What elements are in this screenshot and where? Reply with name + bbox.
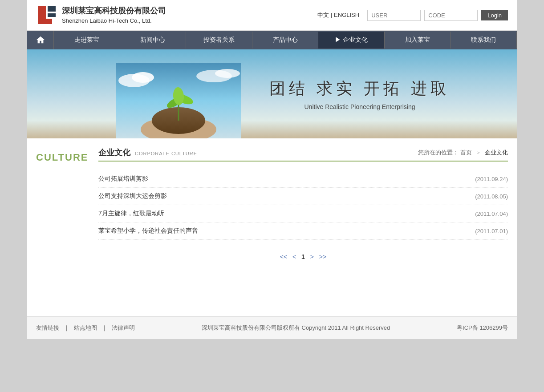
user-input[interactable] [367,10,421,21]
login-button[interactable]: Login [481,10,508,20]
logo-en: Shenzhen Laibao Hi-Tech Co., Ltd. [62,17,166,25]
article-title[interactable]: 7月主旋律，红歌最动听 [98,210,164,218]
section-title-cn: 企业文化 [98,147,130,158]
nav-item-investor[interactable]: 投资者关系 [186,32,252,48]
breadcrumb-home[interactable]: 首页 [460,149,472,157]
nav-item-about[interactable]: 走进莱宝 [54,32,120,48]
article-date: (2011.08.05) [475,193,508,200]
footer-sep-2: ｜ [101,324,107,332]
nav-item-contact[interactable]: 联系我们 [451,32,517,48]
sidebar-title: CULTURE [36,152,89,163]
login-area: 中文 | ENGLISH Login [317,10,508,21]
section-title-en: CORPORATE CULTURE [135,151,197,156]
banner: 团结 求实 开拓 进取 Unitive Realistic Pioneering… [27,49,517,138]
svg-rect-2 [48,6,56,12]
pagination-prev[interactable]: < [292,253,296,260]
section-title: 企业文化 CORPORATE CULTURE [98,147,197,158]
code-input[interactable] [424,10,478,21]
banner-slogan-en: Unitive Realistic Pioneering Enterprisin… [269,103,450,110]
svg-rect-3 [48,13,56,17]
logo-text: 深圳莱宝高科技股份有限公司 Shenzhen Laibao Hi-Tech Co… [62,5,166,24]
nav-item-join[interactable]: 加入莱宝 [385,32,451,48]
article-list: 公司拓展培训剪影 (2011.09.24) 公司支持深圳大运会剪影 (2011.… [98,170,508,240]
article-date: (2011.07.04) [475,210,508,217]
lang-en[interactable]: ENGLISH [334,12,359,18]
footer-link-sitemap[interactable]: 站点地图 [74,324,97,332]
sidebar: CULTURE [36,147,89,307]
svg-rect-1 [38,19,52,24]
breadcrumb: 您所在的位置： 首页 ＞ 企业文化 [418,149,508,157]
footer: 友情链接 ｜ 站点地图 ｜ 法律声明 深圳莱宝高科技股份有限公司版权所有 Cop… [27,316,517,339]
pagination-current: 1 [301,253,305,260]
footer-icp: 粤ICP备 1206299号 [457,324,508,332]
main-content: 企业文化 CORPORATE CULTURE 您所在的位置： 首页 ＞ 企业文化… [98,147,508,307]
footer-sep-1: ｜ [64,324,69,332]
breadcrumb-current: 企业文化 [485,149,508,157]
pagination-last[interactable]: >> [319,253,326,260]
nav-home[interactable] [27,31,54,49]
pagination-first[interactable]: << [280,253,287,260]
breadcrumb-bar: 企业文化 CORPORATE CULTURE 您所在的位置： 首页 ＞ 企业文化 [98,147,508,162]
nav-item-news[interactable]: 新闻中心 [120,32,187,48]
nav-arrow: ▶ [335,36,343,43]
article-title[interactable]: 公司拓展培训剪影 [98,175,148,183]
article-date: (2011.07.01) [475,228,508,234]
svg-point-6 [132,72,154,83]
logo-icon [36,4,57,26]
main-nav: 走进莱宝 新闻中心 投资者关系 产品中心 ▶ 企业文化 加入莱宝 联系我们 [27,31,517,49]
article-item: 公司拓展培训剪影 (2011.09.24) [98,170,508,188]
footer-links: 友情链接 ｜ 站点地图 ｜ 法律声明 [36,324,135,332]
article-item: 莱宝希望小学，传递社会责任的声音 (2011.07.01) [98,222,508,240]
breadcrumb-label: 您所在的位置： [418,149,459,157]
article-item: 公司支持深圳大运会剪影 (2011.08.05) [98,188,508,205]
lang-cn[interactable]: 中文 [317,12,329,18]
pagination-next[interactable]: > [310,253,314,260]
logo: 深圳莱宝高科技股份有限公司 Shenzhen Laibao Hi-Tech Co… [36,4,166,26]
article-title[interactable]: 公司支持深圳大运会剪影 [98,192,167,200]
lang-switch: 中文 | ENGLISH [317,11,359,19]
banner-plant-illustration [116,63,241,138]
footer-link-legal[interactable]: 法律声明 [112,324,135,332]
banner-text: 团结 求实 开拓 进取 Unitive Realistic Pioneering… [269,78,450,110]
lang-divider: | [331,12,332,18]
home-icon [36,35,45,45]
nav-item-culture[interactable]: ▶ 企业文化 [318,32,385,48]
footer-copyright: 深圳莱宝高科技股份有限公司版权所有 Copyright 2011 All Rig… [202,324,390,332]
article-title[interactable]: 莱宝希望小学，传递社会责任的声音 [98,227,198,235]
breadcrumb-separator: ＞ [475,149,481,157]
svg-point-8 [215,69,240,78]
banner-slogan-cn: 团结 求实 开拓 进取 [269,78,450,100]
pagination: << < 1 > >> [98,253,508,260]
nav-item-products[interactable]: 产品中心 [252,32,319,48]
header: 深圳莱宝高科技股份有限公司 Shenzhen Laibao Hi-Tech Co… [27,0,517,31]
footer-link-friends[interactable]: 友情链接 [36,324,59,332]
logo-cn: 深圳莱宝高科技股份有限公司 [62,5,166,16]
copyright-text: 深圳莱宝高科技股份有限公司版权所有 Copyright 2011 All Rig… [202,324,390,331]
content-area: CULTURE 企业文化 CORPORATE CULTURE 您所在的位置： 首… [27,138,517,316]
article-item: 7月主旋律，红歌最动听 (2011.07.04) [98,205,508,222]
article-date: (2011.09.24) [475,176,508,182]
